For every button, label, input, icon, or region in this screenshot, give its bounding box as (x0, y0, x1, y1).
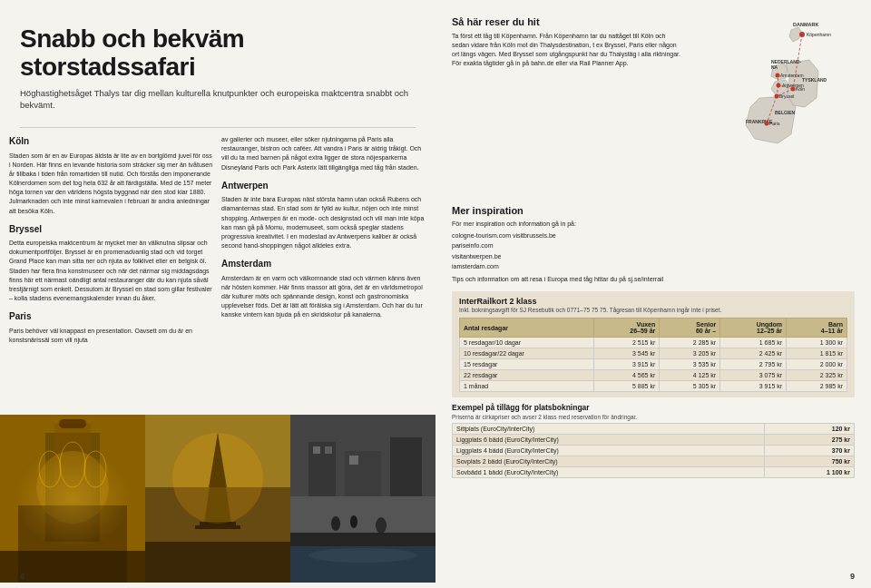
svg-point-6 (39, 451, 61, 487)
svg-rect-17 (145, 542, 290, 583)
koln-text: Staden som är en av Europas äldsta är li… (9, 152, 214, 216)
link-4: iamsterdam.com (452, 261, 855, 271)
paris-label: Paris (769, 121, 780, 126)
table-cell: 3 205 kr (660, 348, 720, 359)
svg-rect-15 (195, 525, 240, 529)
page-number-left: 8 (20, 572, 24, 581)
koln-title: Köln (9, 135, 214, 149)
link-3: visitantwerpen.be (452, 251, 855, 261)
table-cell: 2 795 kr (720, 359, 787, 370)
table-row: 5 resdagar/10 dagar2 515 kr2 285 kr1 685… (460, 338, 847, 348)
table-cell: Liggplats 4 bädd (EuroCity/InterCity) (453, 446, 765, 456)
table-row: Sovbädd 1 bädd (EuroCity/InterCity)1 100… (453, 467, 855, 478)
page-number-right: 9 (850, 572, 855, 581)
interrail-subtitle: Inkl. bokningsavgift för SJ Resebutik oc… (459, 307, 847, 313)
col-header-senior: Senior60 år – (660, 318, 720, 338)
travel-info-title: Så här reser du hit (452, 16, 680, 27)
inspiration-text: För mer inspiration och information gå i… (452, 220, 855, 229)
svg-rect-22 (390, 437, 422, 496)
divider (20, 127, 416, 128)
svg-point-28 (376, 517, 387, 534)
table-cell: 4 565 kr (594, 370, 660, 381)
subtitle: Höghastighetsåget Thalys tar dig mellan … (20, 87, 416, 112)
svg-rect-3 (59, 419, 86, 428)
table-cell: Sovbädd 1 bädd (EuroCity/InterCity) (453, 467, 765, 478)
interrail-section: InterRailkort 2 klass Inkl. bokningsavgi… (452, 291, 855, 397)
table-cell: 3 075 kr (720, 370, 787, 381)
svg-text:NA: NA (771, 64, 778, 70)
map-container: DANMARK NEDERLAND- NA BELGIEN FRANKRIKE … (691, 16, 855, 198)
col-header-vuxen: Vuxen26–59 år (594, 318, 660, 338)
table-cell: 15 resdagar (460, 359, 594, 370)
svg-point-7 (60, 442, 85, 487)
table-cell: 1 685 kr (720, 338, 787, 348)
photo-strip (0, 415, 436, 583)
left-header: Snabb och bekväm storstadssafari Höghast… (0, 0, 436, 120)
interrail-title: InterRailkort 2 klass (459, 297, 847, 306)
table-cell: 4 125 kr (660, 370, 720, 381)
svg-rect-1 (45, 433, 100, 542)
table-cell: 1 månad (460, 381, 594, 392)
table-cell: 3 545 kr (594, 348, 660, 359)
denmark-label: DANMARK (793, 22, 818, 27)
table-cell: 5 885 kr (594, 381, 660, 392)
table-cell: 1 100 kr (764, 467, 854, 478)
table-cell: 1 300 kr (787, 338, 847, 348)
photo-street (290, 415, 436, 583)
bryssel-text: Detta europeiska maktcentrum är mycket m… (9, 239, 214, 303)
paris-text: Paris behöver väl knappast en presentati… (9, 327, 214, 345)
table-cell: 10 resdagar/22 dagar (460, 348, 594, 359)
col-header-resdagar: Antal resdagar (460, 318, 594, 338)
table-cell: 2 325 kr (787, 370, 847, 381)
table-cell: 750 kr (764, 456, 854, 467)
tillagg-table-body: Sittplats (EuroCity/InterCity)120 krLigg… (453, 424, 855, 478)
link-2: pariseinfo.com (452, 240, 855, 250)
left-col-2: av gallerier och museer, eller söker nju… (221, 135, 426, 407)
price-table: Antal resdagar Vuxen26–59 år Senior60 år… (459, 318, 847, 392)
paris-cont-text: av gallerier och museer, eller söker nju… (221, 135, 426, 172)
table-row: Liggplats 4 bädd (EuroCity/InterCity)370… (453, 446, 855, 456)
europe-map: DANMARK NEDERLAND- NA BELGIEN FRANKRIKE … (691, 16, 855, 198)
tillagg-table: Sittplats (EuroCity/InterCity)120 krLigg… (452, 423, 855, 478)
table-cell: 275 kr (764, 435, 854, 446)
koln-label: Köln (796, 86, 805, 92)
svg-rect-23 (313, 446, 320, 454)
table-row: 15 resdagar3 915 kr3 535 kr2 795 kr2 000… (460, 359, 847, 370)
tyskland-label: TYSKLAND (802, 77, 827, 83)
table-row: Sittplats (EuroCity/InterCity)120 kr (453, 424, 855, 435)
photo-koln (0, 415, 145, 583)
col-header-ungdom: Ungdom12–25 år (720, 318, 787, 338)
amsterdam-text: Amsterdam är en varm och välkomnande sta… (221, 274, 426, 320)
col-header-barn: Barn4–11 år (787, 318, 847, 338)
belgien-label: BELGIEN (775, 110, 796, 115)
amsterdam-title: Amsterdam (221, 258, 426, 271)
svg-point-26 (331, 516, 340, 531)
table-cell: 3 915 kr (594, 359, 660, 370)
table-cell: 1 815 kr (787, 348, 847, 359)
inspiration-tips: Tips och information om att resa i Europ… (452, 275, 855, 284)
table-row: 1 månad5 885 kr5 305 kr3 915 kr2 985 kr (460, 381, 847, 392)
svg-point-27 (350, 515, 357, 528)
left-page: Snabb och bekväm storstadssafari Höghast… (0, 0, 436, 588)
antwerpen-title: Antwerpen (221, 180, 426, 193)
table-cell: 3 915 kr (720, 381, 787, 392)
main-title: Snabb och bekväm storstadssafari (20, 25, 416, 82)
table-cell: 370 kr (764, 446, 854, 456)
svg-point-8 (84, 451, 106, 487)
table-cell: 2 285 kr (660, 338, 720, 348)
table-cell: Sovplats 2 bädd (EuroCity/InterCity) (453, 456, 765, 467)
antwerpen-text: Staden är inte bara Europas näst största… (221, 195, 426, 250)
bryssel-title: Bryssel (9, 223, 214, 237)
table-cell: 2 000 kr (787, 359, 847, 370)
svg-point-31 (308, 548, 417, 563)
table-cell: Liggplats 6 bädd (EuroCity/InterCity) (453, 435, 765, 446)
photo-paris (145, 415, 290, 583)
table-cell: 120 kr (764, 424, 854, 435)
travel-info-text: Ta först ett tåg till Köpenhamn. Från Kö… (452, 32, 680, 69)
table-cell: 2 985 kr (787, 381, 847, 392)
left-columns: Köln Staden som är en av Europas äldsta … (0, 135, 436, 407)
inspiration-title: Mer inspiration (452, 205, 855, 216)
tillagg-title: Exempel på tillägg för platsbokningar (452, 403, 855, 412)
inspiration-links: cologne-tourism.com visitbrussels.be par… (452, 230, 855, 271)
table-cell: Sittplats (EuroCity/InterCity) (453, 424, 765, 435)
